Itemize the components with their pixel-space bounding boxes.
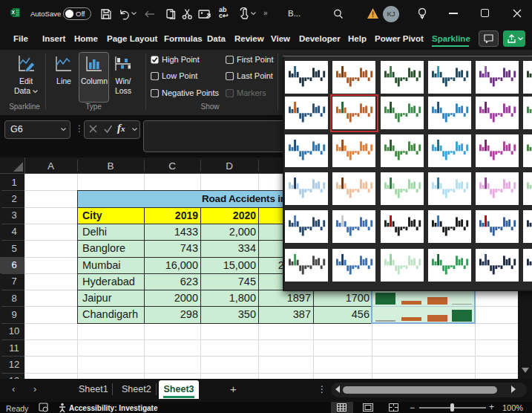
svg-text:X: X bbox=[11, 10, 15, 15]
